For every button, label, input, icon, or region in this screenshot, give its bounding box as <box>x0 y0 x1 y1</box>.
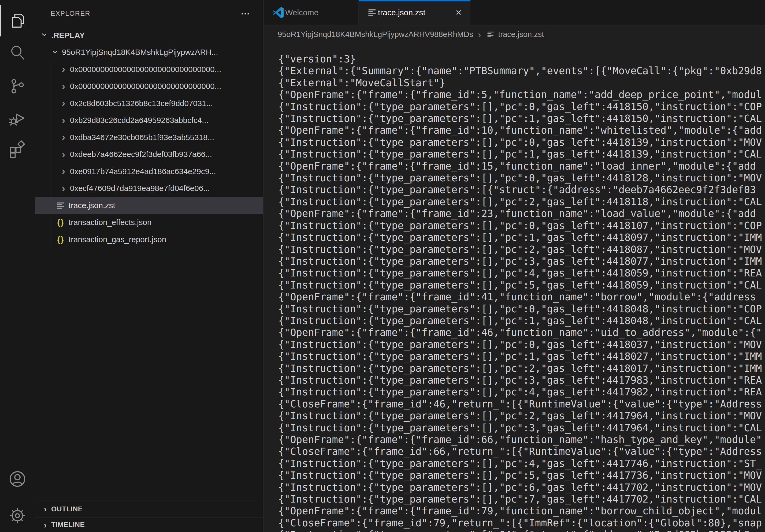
tree-folder-0xdba34672e30cb065b1f93e3ab55318-[interactable]: ›0xdba34672e30cb065b1f93e3ab55318... <box>35 129 263 146</box>
breadcrumb-separator-icon: › <box>478 29 481 40</box>
tab-welcome[interactable]: Welcome <box>264 0 359 25</box>
tree-file-trace-json-zst[interactable]: trace.json.zst <box>35 197 263 214</box>
more-actions-icon[interactable]: ⋯ <box>241 8 250 19</box>
outline-section-header[interactable]: › OUTLINE <box>35 500 263 518</box>
tree-item-label: 0xdba34672e30cb065b1f93e3ab55318... <box>70 133 214 142</box>
chevron-right-icon: › <box>60 183 67 193</box>
file-lines-icon <box>56 201 65 210</box>
tree-item-label: .REPLAY <box>51 31 85 40</box>
tree-folder-0x0000000000000000000000000000000-[interactable]: ›0x0000000000000000000000000000000... <box>35 61 263 78</box>
activity-bar <box>0 0 35 532</box>
chevron-right-icon: › <box>60 132 67 142</box>
breadcrumb-file[interactable]: trace.json.zst <box>498 30 544 39</box>
code-text: {"version":3} {"External":{"Summary":{"n… <box>264 43 765 532</box>
tree-folder-0x0000000000000000000000000000000-[interactable]: ›0x0000000000000000000000000000000... <box>35 78 263 95</box>
sidebar-panels: › OUTLINE › TIMELINE <box>35 500 263 532</box>
tree-item-label: 0xecf47609d7da919ea98e7fd04f6e06... <box>70 184 210 193</box>
close-icon[interactable]: ✕ <box>455 8 462 17</box>
tree-folder-0xecf47609d7da919ea98e7fd04f6e06-[interactable]: ›0xecf47609d7da919ea98e7fd04f6e06... <box>35 180 263 197</box>
tree-item-label: 0xb29d83c26cdd2a64959263abbcfc4... <box>70 116 209 125</box>
tree-item-label: 0x2c8d603bc51326b8c13cef9dd07031... <box>70 99 213 108</box>
accounts-icon[interactable] <box>0 463 35 495</box>
tab-label: Welcome <box>285 8 319 17</box>
vscode-logo-icon <box>272 7 284 19</box>
explorer-icon[interactable] <box>0 5 35 36</box>
tree-item-label: transaction_gas_report.json <box>69 235 166 244</box>
tree-item-label: 0xdeeb7a4662eec9f2f3def03fb937a66... <box>70 150 212 159</box>
tree-file-transaction-effects-json[interactable]: {}transaction_effects.json <box>35 214 263 231</box>
tree-item-label: transaction_effects.json <box>69 218 152 227</box>
tree-item-label: 0xe0917b74a5912e4ad186ac634e29c9... <box>70 167 216 176</box>
chevron-right-icon: › <box>60 82 67 91</box>
chevron-right-icon: › <box>42 505 49 513</box>
timeline-label: TIMELINE <box>51 521 85 529</box>
tab-label: trace.json.zst <box>378 8 425 17</box>
chevron-right-icon: › <box>42 521 49 529</box>
file-tree: ›.REPLAY›95oR1YipjSnqd18K4BMshkLgPijypwz… <box>35 27 263 248</box>
editor-group: Welcome trace.json.zst ✕ 95oR1YipjSnqd18… <box>264 0 765 532</box>
chevron-down-icon: › <box>51 49 61 55</box>
settings-gear-icon[interactable] <box>0 500 35 531</box>
extensions-icon[interactable] <box>0 134 35 165</box>
file-lines-icon <box>486 30 495 38</box>
tree-file-transaction-gas-report-json[interactable]: {}transaction_gas_report.json <box>35 231 263 248</box>
file-lines-icon <box>367 8 377 17</box>
tree-item-label: 0x0000000000000000000000000000000... <box>70 65 221 74</box>
outline-label: OUTLINE <box>51 505 83 513</box>
tree-item-label: 0x0000000000000000000000000000000... <box>70 82 221 91</box>
tree-folder--replay[interactable]: ›.REPLAY <box>35 27 263 44</box>
explorer-title: EXPLORER <box>51 10 90 17</box>
chevron-right-icon: › <box>60 149 67 159</box>
tree-folder-0xdeeb7a4662eec9f2f3def03fb937a66-[interactable]: ›0xdeeb7a4662eec9f2f3def03fb937a66... <box>35 146 263 163</box>
chevron-right-icon: › <box>60 166 67 176</box>
tree-folder-95or1yipjsnqd18k4bmshklgpijypwzarh-[interactable]: ›95oR1YipjSnqd18K4BMshkLgPijypwzARH... <box>35 44 263 61</box>
chevron-right-icon: › <box>60 64 67 74</box>
tree-item-label: trace.json.zst <box>69 201 115 210</box>
editor-content[interactable]: {"version":3} {"External":{"Summary":{"n… <box>264 43 765 532</box>
timeline-section-header[interactable]: › TIMELINE <box>35 518 263 532</box>
explorer-header: EXPLORER ⋯ <box>35 0 263 27</box>
run-and-debug-icon[interactable] <box>0 102 35 134</box>
breadcrumb-folder[interactable]: 95oR1YipjSnqd18K4BMshkLgPijypwzARHV988eR… <box>278 30 473 39</box>
search-icon[interactable] <box>0 37 35 69</box>
json-file-icon: {} <box>56 218 65 227</box>
sidebar-explorer: EXPLORER ⋯ ›.REPLAY›95oR1YipjSnqd18K4BMs… <box>35 0 264 532</box>
chevron-right-icon: › <box>60 116 67 126</box>
tree-folder-0xe0917b74a5912e4ad186ac634e29c9-[interactable]: ›0xe0917b74a5912e4ad186ac634e29c9... <box>35 163 263 180</box>
tab-bar: Welcome trace.json.zst ✕ <box>264 0 765 25</box>
breadcrumb: 95oR1YipjSnqd18K4BMshkLgPijypwzARHV988eR… <box>264 25 765 43</box>
tree-folder-0x2c8d603bc51326b8c13cef9dd07031-[interactable]: ›0x2c8d603bc51326b8c13cef9dd07031... <box>35 95 263 112</box>
tree-folder-0xb29d83c26cdd2a64959263abbcfc4-[interactable]: ›0xb29d83c26cdd2a64959263abbcfc4... <box>35 112 263 129</box>
tree-item-label: 95oR1YipjSnqd18K4BMshkLgPijypwzARH... <box>62 48 218 57</box>
json-file-icon: {} <box>56 235 65 244</box>
tab-trace-json-zst[interactable]: trace.json.zst ✕ <box>359 0 470 25</box>
chevron-right-icon: › <box>60 98 67 108</box>
chevron-down-icon: › <box>40 32 50 38</box>
source-control-icon[interactable] <box>0 71 35 102</box>
